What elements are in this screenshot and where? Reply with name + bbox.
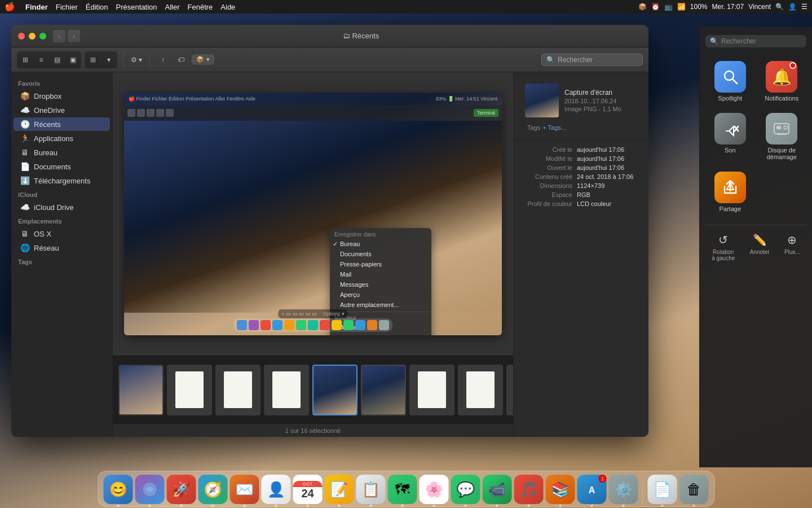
rp-action-rotation[interactable]: ↺ Rotationà gauche (712, 233, 735, 261)
icon-view-btn[interactable]: ⊞ (18, 52, 33, 67)
film-item-1[interactable] (118, 365, 164, 415)
column-view-btn[interactable]: ▤ (50, 52, 64, 67)
ctx-bureau[interactable]: Bureau (330, 239, 431, 249)
sidebar-item-osx[interactable]: 🖥 OS X (14, 227, 110, 240)
app-name[interactable]: Finder (25, 3, 48, 11)
sidebar-item-reseau[interactable]: 🌐 Réseau (14, 241, 110, 255)
menu-fichier[interactable]: Fichier (56, 3, 78, 11)
rp-item-disque[interactable]: Disque de démarrage (756, 107, 808, 166)
telechargements-icon: ⬇️ (20, 176, 29, 185)
dropbox-menubar-icon[interactable]: 📦 (638, 3, 647, 11)
dock-safari[interactable]: 🧭 (198, 475, 228, 504)
menu-fenetre[interactable]: Fenêtre (188, 3, 213, 11)
rp-action-annoter[interactable]: ✏️ Annoter (750, 233, 770, 261)
dock-appstore[interactable]: A 1 (577, 475, 607, 504)
control-center-icon[interactable]: ☰ (801, 3, 807, 11)
sidebar-item-bureau[interactable]: 🖥 Bureau (14, 146, 110, 159)
rp-search[interactable]: 🔍 Rechercher (705, 35, 806, 47)
search-bar[interactable]: 🔍 Rechercher (541, 54, 643, 66)
dock-trash[interactable]: 🗑 (679, 475, 709, 504)
dock-launchpad[interactable]: 🚀 (167, 475, 196, 504)
close-button[interactable] (18, 33, 25, 40)
back-button[interactable]: ‹ (53, 30, 65, 42)
dropbox-btn[interactable]: 📦 ▾ (192, 54, 214, 65)
ctx-messages[interactable]: Messages (330, 279, 431, 290)
sidebar-item-recents[interactable]: 🕐 Récents (14, 117, 110, 131)
desktop: ‹ › 🗂 Récents ⊞ ≡ ▤ ▣ ⊞ ▾ ⚙ ▾ ↑ 🏷 📦 (0, 14, 812, 508)
apple-menu[interactable]: 🍎 (5, 2, 15, 12)
rp-item-spotlight[interactable]: Spotlight (704, 55, 756, 107)
sidebar-item-telechargements[interactable]: ⬇️ Téléchargements (14, 174, 110, 187)
dock-mail[interactable]: ✉️ (230, 475, 259, 504)
sidebar-item-applications[interactable]: 🏃 Applications (14, 132, 110, 145)
rp-item-son[interactable]: Son (704, 107, 756, 166)
ctx-section-1: Enregistrer dans (330, 230, 431, 239)
sidebar-item-onedrive[interactable]: ☁️ OneDrive (14, 103, 110, 117)
dock-contacts[interactable]: 👤 (262, 475, 291, 504)
group-chevron[interactable]: ▾ (102, 52, 116, 67)
film-item-5[interactable] (312, 365, 358, 415)
search-icon[interactable]: 🔍 (775, 3, 784, 11)
add-tag-button[interactable]: + Tags... (542, 124, 566, 131)
user-name[interactable]: Vincent (748, 3, 771, 11)
dock-music[interactable]: 🎵 (514, 475, 544, 504)
sidebar-label-documents: Documents (34, 163, 71, 171)
menu-edition[interactable]: Édition (86, 3, 108, 11)
ctx-presse[interactable]: Presse-papiers (330, 259, 431, 269)
dock-books[interactable]: 📚 (546, 475, 575, 504)
tags-label: Tags (527, 124, 540, 131)
dock-messages[interactable]: 💬 (451, 475, 480, 504)
dock-file[interactable]: 📄 (648, 475, 677, 504)
icloud-icon: ☁️ (20, 203, 29, 212)
airplay-icon[interactable]: 📺 (664, 3, 673, 11)
dock-systemprefs[interactable]: ⚙️ (609, 475, 638, 504)
rp-item-partage[interactable]: ! Partage (704, 166, 756, 218)
dock-facetime[interactable]: 📹 (483, 475, 512, 504)
forward-button[interactable]: › (68, 30, 80, 42)
menu-aide[interactable]: Aide (220, 3, 235, 11)
maximize-button[interactable] (39, 33, 46, 40)
sidebar-item-icloud[interactable]: ☁️ iCloud Drive (14, 200, 110, 214)
dock-reminders[interactable]: 📋 (356, 475, 386, 504)
spotlight-icon (714, 61, 746, 93)
film-item-8[interactable] (458, 365, 503, 415)
action-btn[interactable]: ⚙ ▾ (129, 52, 144, 67)
film-item-3[interactable] (215, 365, 261, 415)
cover-flow-btn[interactable]: ▣ (65, 52, 80, 67)
group-btn[interactable]: ⊞ (86, 52, 100, 67)
dock-maps[interactable]: 🗺 (388, 475, 417, 504)
dock-notes[interactable]: 📝 (325, 475, 354, 504)
ctx-autre[interactable]: Autre emplacement... (330, 300, 431, 310)
dock-photos[interactable]: 🌸 (420, 475, 449, 504)
film-item-7[interactable] (409, 365, 454, 415)
ctx-documents[interactable]: Documents (330, 249, 431, 259)
share-btn[interactable]: ↑ (156, 52, 170, 67)
film-item-4[interactable] (264, 365, 309, 415)
list-view-btn[interactable]: ≡ (34, 52, 48, 67)
menu-aller[interactable]: Aller (165, 3, 180, 11)
status-bar: 1 sur 16 sélectionné (113, 423, 513, 437)
rotation-icon: ↺ (718, 233, 728, 247)
menu-presentation[interactable]: Présentation (116, 3, 157, 11)
minimize-button[interactable] (29, 33, 36, 40)
dock-finder[interactable]: 😊 (104, 475, 133, 504)
rp-action-plus[interactable]: ⊕ Plus... (784, 233, 800, 261)
time-machine-icon[interactable]: ⏰ (651, 3, 660, 11)
dock-siri[interactable] (135, 475, 165, 504)
dock-calendar[interactable]: OCT 24 (293, 475, 323, 504)
rp-item-notifications[interactable]: 🔔 Notifications (756, 55, 808, 107)
sidebar-item-documents[interactable]: 📄 Documents (14, 160, 110, 173)
film-item-6[interactable] (361, 365, 406, 415)
filmstrip[interactable] (113, 356, 513, 423)
ctx-apercu[interactable]: Aperçu (330, 290, 431, 300)
film-item-2[interactable] (167, 365, 212, 415)
film-item-9[interactable] (506, 365, 513, 415)
screenshot-preview: 🍎 Finder Fichier Édition Présentation Al… (124, 93, 502, 335)
sidebar-item-dropbox[interactable]: 📦 Dropbox (14, 89, 110, 103)
ctx-mail[interactable]: Mail (330, 269, 431, 279)
wifi-icon[interactable]: 📶 (677, 3, 686, 11)
window-title: 🗂 Récents (80, 32, 642, 40)
tag-btn[interactable]: 🏷 (174, 52, 188, 67)
user-avatar[interactable]: 👤 (788, 3, 797, 11)
ctx-5sec[interactable]: 5 secondes (330, 332, 431, 335)
